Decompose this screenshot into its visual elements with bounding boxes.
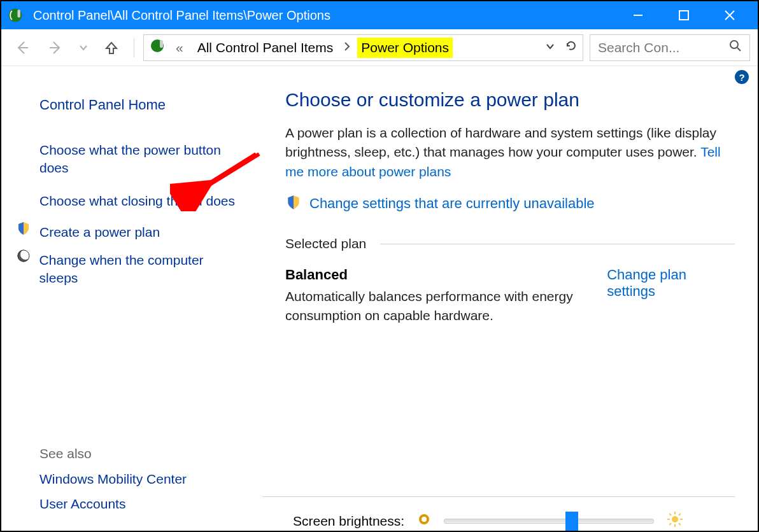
svg-point-10 [730, 41, 738, 48]
svg-rect-3 [679, 11, 688, 20]
address-history-dropdown[interactable] [546, 41, 555, 54]
chevron-right-icon[interactable] [343, 41, 351, 53]
navigation-bar: « All Control Panel Items Power Options … [1, 29, 758, 66]
svg-point-17 [420, 515, 428, 523]
minimize-button[interactable] [615, 1, 661, 29]
maximize-button[interactable] [661, 1, 707, 29]
main-panel: Choose or customize a power plan A power… [262, 66, 758, 531]
plan-description: Automatically balances performance with … [285, 287, 607, 325]
page-heading: Choose or customize a power plan [285, 89, 735, 111]
brightness-label: Screen brightness: [293, 514, 404, 529]
change-unavailable-link[interactable]: Change settings that are currently unava… [309, 195, 595, 212]
see-also-user-accounts[interactable]: User Accounts [39, 495, 243, 513]
window-titlebar: Control Panel\All Control Panel Items\Po… [1, 1, 758, 29]
breadcrumb-current[interactable]: Power Options [357, 38, 453, 58]
moon-icon [14, 246, 33, 263]
svg-line-26 [679, 514, 681, 515]
brightness-low-icon [417, 512, 431, 529]
page-description: A power plan is a collection of hardware… [285, 123, 735, 181]
selected-plan-label: Selected plan [285, 236, 366, 251]
svg-rect-1 [18, 10, 20, 17]
refresh-button[interactable] [565, 39, 578, 55]
recent-locations-dropdown[interactable] [75, 34, 92, 61]
breadcrumb-prefix: « [172, 38, 187, 58]
forward-button[interactable] [42, 34, 69, 61]
svg-line-11 [737, 48, 741, 51]
svg-line-24 [679, 523, 681, 525]
breadcrumb-all-items[interactable]: All Control Panel Items [194, 38, 337, 58]
sidebar-link-create-plan[interactable]: Create a power plan [39, 223, 160, 241]
brightness-slider[interactable] [444, 519, 654, 524]
search-placeholder: Search Con... [598, 40, 679, 55]
search-input[interactable]: Search Con... [590, 34, 750, 61]
sidebar-link-closing-lid[interactable]: Choose what closing the lid does [39, 192, 243, 210]
close-button[interactable] [707, 1, 753, 29]
svg-point-18 [672, 516, 678, 522]
sidebar: Control Panel Home Choose what the power… [1, 66, 262, 531]
sidebar-link-power-button[interactable]: Choose what the power button does [39, 141, 243, 178]
plan-name-balanced: Balanced [285, 267, 607, 283]
svg-line-23 [669, 514, 671, 515]
see-also-label: See also [39, 446, 243, 461]
up-button[interactable] [98, 34, 125, 61]
brightness-high-icon [667, 511, 683, 531]
brightness-slider-thumb[interactable] [565, 512, 578, 531]
address-bar[interactable]: « All Control Panel Items Power Options [143, 34, 583, 61]
window-title: Control Panel\All Control Panel Items\Po… [33, 8, 615, 23]
shield-icon [285, 194, 302, 213]
see-also-mobility-center[interactable]: Windows Mobility Center [39, 470, 243, 488]
control-panel-home-link[interactable]: Control Panel Home [39, 95, 243, 115]
power-options-app-icon [6, 6, 24, 24]
brightness-bar: Screen brightness: [262, 496, 735, 531]
svg-rect-9 [160, 40, 163, 48]
svg-line-25 [669, 523, 671, 525]
search-icon [729, 39, 742, 55]
section-divider [380, 244, 735, 244]
power-options-icon [149, 38, 166, 57]
description-text: A power plan is a collection of hardware… [285, 125, 716, 159]
change-plan-settings-link[interactable]: Change plan settings [607, 267, 735, 300]
shield-icon [14, 218, 33, 236]
back-button[interactable] [9, 34, 36, 61]
nav-separator [134, 38, 134, 57]
sidebar-link-computer-sleeps[interactable]: Change when the computer sleeps [39, 251, 243, 288]
